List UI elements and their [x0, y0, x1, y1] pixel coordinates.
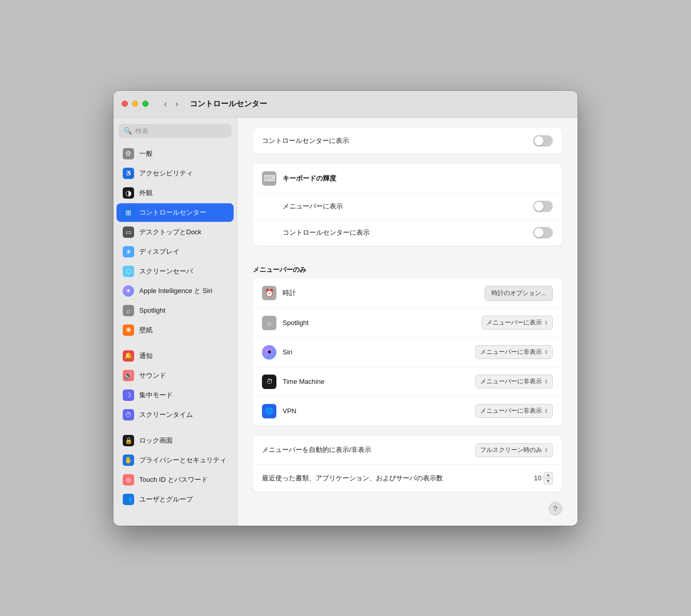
- menubar-spotlight-row: ⌕ Spotlight メニューバーに表示 ⇕: [253, 309, 562, 338]
- keyboard-brightness-header-row: ⌨ キーボードの輝度: [253, 164, 562, 193]
- close-button[interactable]: [122, 101, 128, 107]
- titlebar: ‹ › コントロールセンター: [113, 91, 578, 118]
- settings-window: ‹ › コントロールセンター 🔍 ⚙ 一般 ♿ アクセシビリティ ◑ 外観: [113, 91, 578, 526]
- wallpaper-icon: ❋: [123, 325, 134, 336]
- keyboard-control-center-show-label: コントロールセンターに表示: [262, 228, 533, 237]
- siri-select-label: メニューバーに非表示: [480, 348, 542, 356]
- sidebar-item-privacy[interactable]: ✋ プライバシーとセキュリティ: [117, 451, 234, 469]
- siri-row-icon: ✦: [262, 345, 276, 360]
- keyboard-brightness-block: ⌨ キーボードの輝度 メニューバーに表示 コントロールセンターに表示: [253, 164, 562, 246]
- sidebar-item-notifications[interactable]: 🔔 通知: [117, 347, 234, 365]
- sidebar-label-sound: サウンド: [139, 371, 166, 380]
- siri-row-label: Siri: [283, 348, 475, 356]
- sidebar-label-siri: Apple Intelligence と Siri: [139, 286, 212, 296]
- sidebar-item-control-center[interactable]: ⊞ コントロールセンター: [117, 203, 234, 222]
- auto-hide-row: メニューバーを自動的に表示/非表示 フルスクリーン時のみ ⇕: [253, 436, 562, 465]
- sidebar-item-sound[interactable]: 🔊 サウンド: [117, 366, 234, 385]
- screentime-icon: ⏱: [123, 409, 134, 420]
- menubar-only-block: ⏰ 時計 時計のオプション... ⌕ Spotlight メニューバーに表示 ⇕…: [253, 279, 562, 426]
- main-layout: 🔍 ⚙ 一般 ♿ アクセシビリティ ◑ 外観 ⊞ コントロールセンター ▭: [113, 118, 578, 526]
- control-center-icon: ⊞: [123, 207, 134, 218]
- keyboard-brightness-title: キーボードの輝度: [283, 174, 553, 183]
- help-button[interactable]: ?: [549, 502, 562, 515]
- notifications-icon: 🔔: [123, 350, 134, 362]
- sidebar-item-spotlight[interactable]: ⌕ Spotlight: [117, 301, 234, 320]
- sidebar-label-display: ディスプレイ: [139, 247, 179, 256]
- sidebar-item-focus[interactable]: ☽ 集中モード: [117, 386, 234, 404]
- recent-items-value: 10: [529, 474, 541, 482]
- keyboard-control-center-show-row: コントロールセンターに表示: [253, 220, 562, 246]
- sidebar: 🔍 ⚙ 一般 ♿ アクセシビリティ ◑ 外観 ⊞ コントロールセンター ▭: [113, 118, 237, 526]
- sidebar-item-appearance[interactable]: ◑ 外観: [117, 184, 234, 202]
- forward-button[interactable]: ›: [172, 98, 182, 110]
- search-box[interactable]: 🔍: [119, 124, 232, 138]
- auto-hide-chevron-icon: ⇕: [544, 447, 548, 453]
- sidebar-item-wallpaper[interactable]: ❋ 壁紙: [117, 321, 234, 339]
- time-machine-row-label: Time Machine: [283, 378, 475, 385]
- clock-options-button[interactable]: 時計のオプション...: [485, 286, 553, 301]
- keyboard-control-center-show-toggle[interactable]: [533, 227, 553, 238]
- spotlight-select[interactable]: メニューバーに表示 ⇕: [482, 316, 553, 330]
- search-input[interactable]: [135, 127, 226, 135]
- stepper-arrows[interactable]: ▲ ▼: [544, 472, 553, 484]
- sidebar-label-wallpaper: 壁紙: [139, 326, 153, 335]
- time-machine-select[interactable]: メニューバーに非表示 ⇕: [475, 375, 553, 388]
- minimize-button[interactable]: [132, 101, 138, 107]
- recent-items-stepper[interactable]: 10 ▲ ▼: [529, 472, 553, 484]
- time-machine-row-icon: ⏱: [262, 375, 276, 389]
- keyboard-menubar-show-label: メニューバーに表示: [262, 202, 533, 211]
- keyboard-brightness-icon: ⌨: [262, 171, 276, 186]
- sidebar-item-users[interactable]: 👥 ユーザとグループ: [117, 490, 234, 509]
- time-machine-chevron-icon: ⇕: [544, 379, 548, 384]
- control-center-show-row: コントロールセンターに表示: [253, 128, 562, 154]
- siri-chevron-icon: ⇕: [544, 349, 548, 355]
- spotlight-row-icon: ⌕: [262, 316, 276, 330]
- stepper-down[interactable]: ▼: [544, 478, 552, 484]
- sidebar-item-accessibility[interactable]: ♿ アクセシビリティ: [117, 164, 234, 183]
- main-content: コントロールセンターに表示 ⌨ キーボードの輝度 メニューバーに表示 コントロー…: [237, 118, 578, 526]
- sidebar-label-accessibility: アクセシビリティ: [139, 169, 193, 178]
- sidebar-item-desktop-dock[interactable]: ▭ デスクトップとDock: [117, 223, 234, 241]
- auto-hide-select[interactable]: フルスクリーン時のみ ⇕: [475, 443, 553, 457]
- clock-label: 時計: [283, 288, 485, 298]
- vpn-chevron-icon: ⇕: [544, 408, 548, 414]
- sidebar-label-focus: 集中モード: [139, 391, 173, 400]
- display-icon: ☀: [123, 246, 134, 257]
- search-icon: 🔍: [124, 127, 132, 135]
- vpn-select[interactable]: メニューバーに非表示 ⇕: [475, 404, 553, 418]
- menubar-timemachine-row: ⏱ Time Machine メニューバーに非表示 ⇕: [253, 367, 562, 397]
- siri-icon: ✦: [123, 285, 134, 297]
- sidebar-item-screensaver[interactable]: ⬡ スクリーンセーバ: [117, 262, 234, 281]
- accessibility-icon: ♿: [123, 168, 134, 179]
- users-icon: 👥: [123, 494, 134, 505]
- back-button[interactable]: ‹: [161, 98, 170, 110]
- desktop-dock-icon: ▭: [123, 226, 134, 238]
- spotlight-row-label: Spotlight: [283, 319, 482, 327]
- auto-hide-value: フルスクリーン時のみ: [480, 446, 542, 455]
- appearance-icon: ◑: [123, 187, 134, 199]
- time-machine-select-label: メニューバーに非表示: [480, 377, 542, 386]
- sidebar-item-lock-screen[interactable]: 🔒 ロック画面: [117, 431, 234, 450]
- maximize-button[interactable]: [142, 101, 149, 107]
- sidebar-item-siri[interactable]: ✦ Apple Intelligence と Siri: [117, 282, 234, 300]
- sidebar-label-general: 一般: [139, 149, 153, 158]
- sidebar-item-display[interactable]: ☀ ディスプレイ: [117, 242, 234, 261]
- sidebar-label-screentime: スクリーンタイム: [139, 410, 193, 419]
- screensaver-icon: ⬡: [123, 266, 134, 277]
- vpn-row-icon: 🌐: [262, 404, 276, 418]
- control-center-show-toggle[interactable]: [533, 135, 553, 147]
- control-center-show-label: コントロールセンターに表示: [262, 136, 533, 145]
- sidebar-item-touchid[interactable]: ◎ Touch ID とパスワード: [117, 471, 234, 489]
- sidebar-label-appearance: 外観: [139, 188, 153, 198]
- privacy-icon: ✋: [123, 455, 134, 466]
- sidebar-label-touchid: Touch ID とパスワード: [139, 475, 208, 484]
- vpn-select-label: メニューバーに非表示: [480, 407, 542, 415]
- sidebar-item-screentime[interactable]: ⏱ スクリーンタイム: [117, 406, 234, 424]
- nav-buttons: ‹ ›: [161, 98, 182, 110]
- menubar-only-header: メニューバーのみ: [253, 256, 562, 279]
- stepper-up[interactable]: ▲: [544, 473, 552, 478]
- sidebar-item-general[interactable]: ⚙ 一般: [117, 144, 234, 163]
- recent-items-row: 最近使った書類、アプリケーション、およびサーバの表示数 10 ▲ ▼: [253, 465, 562, 492]
- keyboard-menubar-show-toggle[interactable]: [533, 201, 553, 212]
- siri-select[interactable]: メニューバーに非表示 ⇕: [475, 345, 553, 359]
